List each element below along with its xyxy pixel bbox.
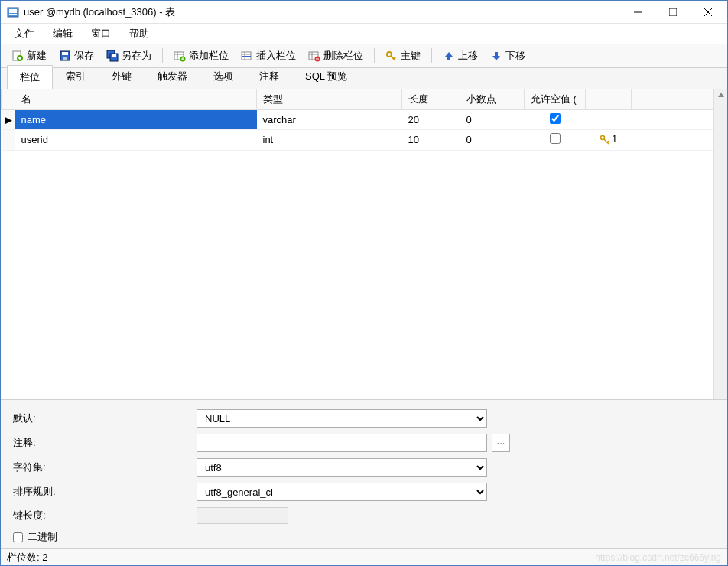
new-label: 新建: [27, 49, 47, 63]
cell-type[interactable]: varchar: [257, 110, 402, 130]
move-down-button[interactable]: 下移: [484, 47, 531, 65]
maximize-button[interactable]: [655, 1, 691, 24]
menu-edit[interactable]: 编辑: [44, 24, 82, 44]
cell-decimals[interactable]: 0: [460, 110, 525, 130]
menu-bar: 文件 编辑 窗口 帮助: [1, 24, 727, 44]
move-down-label: 下移: [505, 49, 525, 63]
svg-rect-5: [669, 8, 677, 16]
save-as-label: 另存为: [122, 49, 151, 63]
toolbar-separator: [374, 48, 375, 63]
toolbar-separator: [162, 48, 163, 63]
minimize-button[interactable]: [620, 1, 655, 24]
window-title: user @mydb (localhost_3306) - 表: [24, 5, 620, 19]
binary-label: 二进制: [28, 530, 57, 544]
status-bar: 栏位数: 2 https://blog.csdn.net/zc666ying: [1, 548, 727, 565]
cell-decimals[interactable]: 0: [460, 130, 525, 151]
cell-key[interactable]: [586, 110, 632, 130]
menu-help[interactable]: 帮助: [120, 24, 158, 44]
app-icon: [7, 6, 19, 18]
table-row[interactable]: useridint1001: [2, 130, 713, 151]
insert-field-label: 插入栏位: [256, 49, 296, 63]
delete-field-button[interactable]: 删除栏位: [302, 47, 369, 65]
tab-strip: 栏位 索引 外键 触发器 选项 注释 SQL 预览: [1, 68, 727, 89]
watermark: https://blog.csdn.net/zc666ying: [595, 552, 721, 563]
cell-length[interactable]: 20: [402, 110, 460, 130]
new-icon: [11, 50, 24, 62]
charset-label: 字符集:: [13, 460, 197, 474]
comment-more-button[interactable]: ...: [492, 434, 510, 452]
primary-key-icon: 1: [600, 133, 617, 145]
binary-checkbox[interactable]: [13, 532, 23, 542]
scroll-up-icon[interactable]: [717, 91, 725, 99]
col-key[interactable]: [586, 89, 632, 110]
col-length[interactable]: 长度: [402, 89, 460, 110]
comment-input[interactable]: [197, 434, 487, 452]
svg-rect-17: [112, 54, 116, 57]
cell-allow-null[interactable]: [525, 110, 586, 130]
add-field-button[interactable]: 添加栏位: [167, 47, 235, 65]
svg-point-36: [600, 135, 604, 139]
vertical-scrollbar[interactable]: [713, 89, 727, 399]
key-icon: [385, 50, 398, 62]
svg-rect-2: [9, 11, 17, 13]
primary-key-label: 主键: [401, 49, 421, 63]
tab-triggers[interactable]: 触发器: [145, 64, 200, 89]
default-label: 默认:: [13, 411, 197, 425]
field-count-status: 栏位数: 2: [7, 551, 47, 564]
tab-options[interactable]: 选项: [200, 64, 246, 89]
cell-allow-null[interactable]: [525, 130, 586, 151]
field-properties: 默认: NULL 注释: ... 字符集: utf8 排序规则: utf8_ge…: [1, 400, 727, 548]
allow-null-checkbox[interactable]: [550, 113, 561, 124]
save-as-button[interactable]: 另存为: [100, 47, 158, 65]
col-name[interactable]: 名: [15, 89, 257, 110]
svg-rect-13: [62, 52, 68, 55]
svg-rect-14: [63, 57, 67, 60]
allow-null-checkbox[interactable]: [550, 133, 561, 144]
title-bar: user @mydb (localhost_3306) - 表: [1, 1, 727, 24]
insert-field-icon: [241, 50, 253, 62]
grid-header-row: 名 类型 长度 小数点 允许空值 (: [2, 89, 713, 110]
toolbar-separator: [431, 48, 432, 63]
primary-key-button[interactable]: 主键: [379, 47, 427, 65]
charset-select[interactable]: utf8: [197, 458, 487, 477]
save-label: 保存: [74, 49, 94, 63]
save-button[interactable]: 保存: [53, 47, 100, 65]
cell-key[interactable]: 1: [586, 130, 632, 151]
tab-foreign-keys[interactable]: 外键: [99, 64, 145, 89]
cell-length[interactable]: 10: [402, 130, 460, 151]
delete-field-label: 删除栏位: [323, 49, 363, 63]
collation-label: 排序规则:: [13, 485, 197, 499]
save-as-icon: [106, 50, 119, 62]
col-not-null[interactable]: 允许空值 (: [525, 89, 586, 110]
arrow-down-icon: [490, 50, 502, 62]
cell-name[interactable]: name: [15, 110, 257, 130]
tab-fields[interactable]: 栏位: [7, 65, 53, 89]
svg-line-38: [607, 141, 609, 142]
cell-type[interactable]: int: [257, 130, 402, 151]
collation-select[interactable]: utf8_general_ci: [197, 483, 487, 501]
fields-grid[interactable]: 名 类型 长度 小数点 允许空值 ( ▶namevarchar200userid…: [1, 89, 713, 399]
comment-label: 注释:: [13, 436, 197, 450]
new-button[interactable]: 新建: [5, 47, 53, 65]
key-length-label: 键长度:: [13, 509, 197, 522]
close-button[interactable]: [691, 1, 726, 24]
menu-file[interactable]: 文件: [5, 24, 44, 44]
menu-window[interactable]: 窗口: [82, 24, 120, 44]
col-type[interactable]: 类型: [257, 89, 402, 110]
row-indicator-header: [2, 89, 15, 110]
default-select[interactable]: NULL: [197, 409, 487, 428]
cell-filler: [632, 130, 713, 151]
add-field-label: 添加栏位: [189, 49, 229, 63]
svg-line-35: [394, 57, 395, 59]
cell-name[interactable]: userid: [15, 130, 257, 151]
move-up-button[interactable]: 上移: [437, 47, 484, 65]
col-decimals[interactable]: 小数点: [460, 89, 525, 110]
tab-indexes[interactable]: 索引: [53, 64, 99, 89]
add-field-icon: [174, 50, 186, 62]
tab-comment[interactable]: 注释: [246, 64, 292, 89]
svg-rect-3: [9, 14, 17, 15]
tab-sql-preview[interactable]: SQL 预览: [292, 64, 360, 89]
move-up-label: 上移: [458, 49, 478, 63]
table-row[interactable]: ▶namevarchar200: [2, 110, 713, 130]
insert-field-button[interactable]: 插入栏位: [235, 47, 302, 65]
